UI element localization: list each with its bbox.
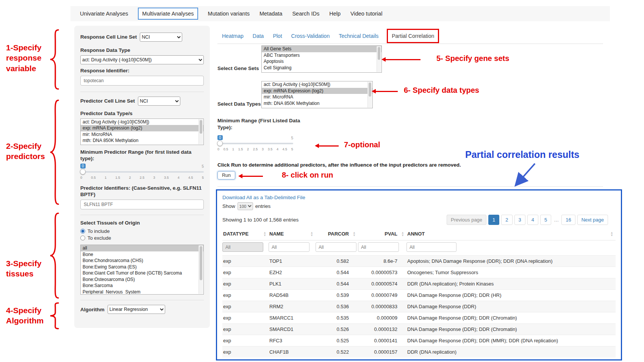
table-row[interactable]: exp RRM2 0.536 0.00000833 DNA Damage Res… [222, 301, 616, 312]
column-header[interactable]: ANNOT ▲▼ [406, 229, 616, 240]
tissue-include-radio[interactable] [80, 229, 85, 234]
listbox-option[interactable]: mir: MicroRNA [262, 94, 372, 100]
pagination-button[interactable]: 16 [561, 215, 575, 225]
analysis-tab[interactable]: Plot [268, 33, 286, 39]
column-filter-input[interactable] [316, 242, 356, 252]
analysis-tab[interactable]: Cross-Validation [287, 33, 335, 39]
listbox-option[interactable]: Bone:Osteosarcoma (OS) [81, 276, 203, 283]
data-types-listbox[interactable]: act: Drug Activity (-log10[IC50M]) exp: … [261, 81, 373, 108]
tissue-include-option[interactable]: To include [80, 228, 204, 234]
pagination-button[interactable]: Next page [577, 215, 608, 225]
column-filter-input[interactable] [406, 242, 456, 252]
gene-sets-listbox[interactable]: All Gene Sets ABC Transporters Apoptosis… [261, 45, 382, 73]
pagination-button[interactable]: Previous page [447, 215, 486, 225]
listbox-option[interactable]: all [81, 245, 203, 251]
sort-icon[interactable]: ▲▼ [401, 231, 404, 237]
table-row[interactable]: exp CHAF1B 0.522 0.0000157 DDR (DNA repl… [222, 346, 616, 358]
listbox-option[interactable]: act: Drug Activity (-log10[IC50M]) [262, 81, 372, 88]
cell-name: EZH2 [269, 267, 316, 278]
column-header[interactable]: DATATYPE ▲▼ [222, 229, 269, 240]
slider-handle[interactable] [217, 140, 223, 146]
listbox-option[interactable]: mth: DNA 850K Methylation [81, 137, 203, 144]
listbox-option[interactable]: Bone [81, 251, 203, 258]
listbox-option[interactable]: Cell Signaling [262, 65, 381, 71]
pagination-button[interactable]: 1 [488, 215, 499, 225]
table-row[interactable]: exp SMARCC1 0.535 0.000009 DNA Damage Re… [222, 312, 616, 324]
listbox-option[interactable]: act: Drug Activity (-log10[IC50M]) [81, 119, 203, 125]
min-range-slider[interactable]: 0 5 00.511.522.533.544.55 [217, 135, 293, 153]
nav-item[interactable]: Univariate Analyses [80, 11, 128, 17]
analysis-tab[interactable]: Technical Details [334, 33, 383, 39]
listbox-option[interactable]: Bone:Giant Cell Tumor of Bone (GCTB) Sar… [81, 270, 203, 276]
scrollbar-thumb[interactable] [200, 120, 202, 134]
listbox-option[interactable]: Peripheral_Nervous_System [81, 289, 203, 295]
listbox-option[interactable]: exp: mRNA Expression (log2) [262, 88, 372, 94]
nav-item[interactable]: Metadata [259, 11, 282, 17]
entries-per-page-select[interactable]: 100 [238, 202, 253, 210]
predictor-cell-line-set-select[interactable]: NCI [138, 97, 180, 106]
listbox-option[interactable]: mth: DNA 850K Methylation [262, 100, 372, 107]
column-filter-input[interactable] [222, 242, 263, 252]
tissue-exclude-radio[interactable] [80, 236, 85, 240]
listbox-option[interactable]: ABC Transporters [262, 52, 381, 59]
slider-track[interactable] [80, 171, 204, 173]
cell-annot: DDR (DNA replication); Protein Kinases [406, 278, 616, 290]
pagination-button[interactable]: 5 [540, 215, 551, 225]
response-cell-line-set-select[interactable]: NCI [140, 33, 182, 42]
listbox-option[interactable]: Apoptosis [262, 58, 381, 65]
pagination-button[interactable]: 2 [501, 215, 512, 225]
table-row[interactable]: exp EZH2 0.544 0.00000573 Oncogenes; Tum… [222, 267, 616, 278]
scrollbar-thumb[interactable] [200, 246, 202, 280]
listbox-option[interactable]: mir: MicroRNA [81, 131, 203, 138]
column-header[interactable]: PARCOR ▲▼ [316, 229, 358, 240]
listbox-option[interactable]: All Gene Sets [262, 46, 381, 52]
annotation-step8: 8- click on run [282, 171, 333, 179]
pagination-button[interactable]: 4 [527, 215, 538, 225]
predictor-identifiers-input[interactable] [80, 200, 204, 209]
listbox-option[interactable]: Bone:Ewing Sarcoma (ES) [81, 264, 203, 270]
table-row[interactable]: exp SMARCD1 0.526 0.0000132 DNA Damage R… [222, 324, 616, 335]
scrollbar[interactable] [367, 82, 372, 108]
table-row[interactable]: exp PLK1 0.544 0.00000574 DDR (DNA repli… [222, 278, 616, 290]
pagination-button[interactable]: 3 [514, 215, 525, 225]
pagination-button[interactable]: … [553, 215, 560, 225]
table-row[interactable]: exp RAD54B 0.539 0.00000749 DNA Damage R… [222, 290, 616, 301]
nav-item[interactable]: Help [329, 11, 341, 17]
column-filter-input[interactable] [269, 242, 309, 252]
listbox-option[interactable]: exp: mRNA Expression (log2) [81, 125, 203, 131]
slider-handle[interactable] [80, 169, 86, 175]
tissues-listbox[interactable]: all Bone Bone:Chondrosarcoma (CHS) Bone:… [80, 245, 204, 295]
run-button[interactable]: Run [217, 171, 235, 179]
listbox-option[interactable]: Bone:Chondrosarcoma (CHS) [81, 257, 203, 264]
column-filter-input[interactable] [358, 242, 399, 252]
cell-parcor: 0.522 [316, 346, 358, 358]
response-data-type-select[interactable]: act: Drug Activity (-log10[IC50M]) [80, 55, 204, 64]
min-predictor-range-slider[interactable]: 0 5 00.511.522.533.544.55 [80, 164, 204, 181]
column-header[interactable]: NAME ▲▼ [269, 229, 316, 240]
download-link[interactable]: Download All as a Tab-Delimited File [222, 195, 305, 200]
slider-track[interactable] [217, 143, 293, 144]
response-identifier-input[interactable] [80, 76, 204, 86]
table-row[interactable]: exp RFC3 0.525 0.0000141 DNA Damage Resp… [222, 335, 616, 346]
analysis-tab[interactable]: Heatmap [217, 33, 248, 39]
tissue-exclude-option[interactable]: To exclude [80, 235, 204, 241]
analysis-tab[interactable]: Partial Correlation [387, 29, 439, 43]
nav-item[interactable]: Mutation variants [208, 11, 250, 17]
sort-icon[interactable]: ▲▼ [263, 231, 266, 237]
listbox-option[interactable]: Bone:Sarcoma [81, 282, 203, 289]
nav-item[interactable]: Video tutorial [350, 11, 382, 17]
column-header[interactable]: PVAL ▲▼ [358, 229, 406, 240]
sort-icon[interactable]: ▲▼ [610, 231, 613, 237]
predictor-data-types-listbox[interactable]: act: Drug Activity (-log10[IC50M]) exp: … [80, 119, 204, 145]
scrollbar[interactable] [199, 245, 203, 294]
nav-item[interactable]: Search IDs [292, 11, 319, 17]
nav-item[interactable]: Multivariate Analyses [138, 8, 198, 20]
analysis-tab[interactable]: Data [248, 33, 269, 39]
sort-icon[interactable]: ▲▼ [310, 231, 313, 237]
sort-icon[interactable]: ▲▼ [353, 231, 356, 237]
algorithm-select[interactable]: Linear Regression [108, 305, 165, 314]
sidebar-controls: Response Cell Line Set NCI Response Data… [74, 26, 210, 328]
annotation-step1: 1-Specify response variable [6, 42, 41, 73]
scrollbar[interactable] [199, 119, 203, 144]
table-row[interactable]: exp TOP1 0.582 8.6e-7 Apoptosis; DNA Dam… [222, 256, 616, 267]
